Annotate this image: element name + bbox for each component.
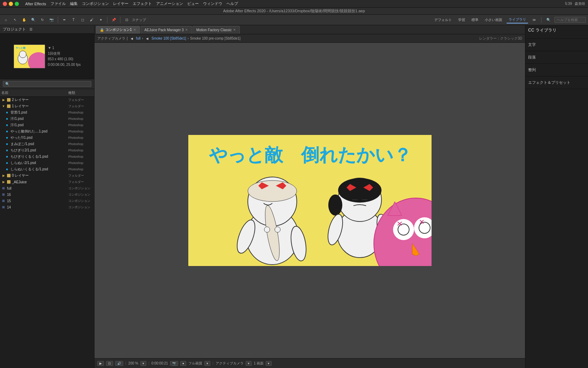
quality-dropdown[interactable]: ▾: [204, 361, 210, 366]
list-item[interactable]: ▼ 1 レイヤー フォルダー: [0, 103, 94, 109]
toolbar-separator-2: [107, 17, 107, 23]
menu-edit[interactable]: 編集: [70, 1, 78, 6]
list-item[interactable]: ■ 汗/1.psd Photoshop: [0, 116, 94, 122]
camera-tool[interactable]: 📷: [48, 16, 55, 24]
ps-icon: ■: [5, 155, 9, 159]
list-item[interactable]: ■ 背景/1.psd Photoshop: [0, 109, 94, 116]
svg-point-19: [338, 178, 382, 203]
tab-label: AEJuice Pack Manager 3: [145, 28, 184, 32]
menu-composition[interactable]: コンポジション: [82, 1, 109, 6]
menu-help[interactable]: ヘルプ: [226, 1, 238, 6]
list-item[interactable]: ■ やった!!/1.psd Photoshop: [0, 135, 94, 141]
quality-toggle[interactable]: ●: [180, 361, 186, 366]
list-item[interactable]: ⊞ full コンポジション: [0, 185, 94, 191]
right-item-text[interactable]: 文字: [528, 41, 585, 49]
right-item-paragraph[interactable]: 段落: [528, 53, 585, 61]
snap-toggle[interactable]: ⊡: [123, 16, 131, 24]
zoom-dropdown[interactable]: ▾: [140, 361, 146, 366]
stamp-tool[interactable]: ✦: [97, 16, 105, 24]
hand-tool[interactable]: ✋: [20, 16, 28, 24]
breadcrumb-item2[interactable]: Smoke 100 [Sb85de1]: [152, 36, 186, 40]
right-item-align[interactable]: 整列: [528, 66, 585, 74]
title-bar: Adobe After Effects 2020 - /Users/a12333…: [0, 8, 588, 15]
breadcrumb-nav[interactable]: ◀: [145, 36, 150, 41]
workspace-learn[interactable]: 学習: [456, 17, 467, 23]
menu-after-effects[interactable]: After Effects: [25, 2, 46, 6]
tab-motion-factory[interactable]: Motion Factory Classic ✕: [192, 26, 240, 34]
menu-window[interactable]: ウィンドウ: [203, 1, 222, 6]
rotate-tool[interactable]: ↻: [38, 16, 46, 24]
tab-aejuice[interactable]: AEJuice Pack Manager 3 ✕: [141, 26, 192, 34]
list-item[interactable]: ■ ちびぎりくるくる/1.psd Photoshop: [0, 154, 94, 160]
list-item[interactable]: ⊞ 15 コンポジション: [0, 198, 94, 204]
file-type: フォルダー: [68, 104, 93, 109]
list-item[interactable]: ▶ 0 レイヤー フォルダー: [0, 172, 94, 179]
preview-stop[interactable]: ⊡: [106, 361, 113, 366]
project-menu-button[interactable]: ☰: [28, 27, 34, 32]
file-name: しらぬいくるくる/1.psd: [10, 167, 67, 172]
canvas-preview: やっと敵 倒れたかい？: [188, 135, 432, 266]
menu-animation[interactable]: アニメーション: [156, 1, 183, 6]
list-item[interactable]: ⊞ 14 コンポジション: [0, 204, 94, 210]
file-type: Photoshop: [68, 123, 93, 127]
camera-dropdown[interactable]: ▾: [246, 361, 252, 366]
list-item[interactable]: ■ しらぬい2/1.psd Photoshop: [0, 160, 94, 166]
screens-dropdown[interactable]: ▾: [266, 361, 272, 366]
project-search-input[interactable]: [3, 81, 91, 87]
viewer-controls: ▶ ⊡ 🔊 | 200 % ▾ | 0:00:00:21 📷 ● フル画質 ▾ …: [94, 358, 525, 368]
preview-play[interactable]: ▶: [97, 361, 104, 366]
list-item[interactable]: ■ しらぬいくるくる/1.psd Photoshop: [0, 166, 94, 172]
maximize-button[interactable]: [15, 2, 19, 6]
workspace-standard[interactable]: 標準: [469, 17, 481, 23]
file-name: ちびぎりくるくる/1.psd: [10, 154, 67, 159]
file-type: Photoshop: [68, 168, 93, 171]
breadcrumb-item3[interactable]: Smoke 100 pre-comp [Sb85de1]: [190, 36, 240, 40]
text-tool[interactable]: T: [70, 16, 77, 24]
tab-close-button[interactable]: ✕: [233, 28, 236, 32]
pen-tool[interactable]: ✒: [61, 16, 68, 24]
shape-tool[interactable]: ◻: [79, 16, 86, 24]
workspace-small[interactable]: 小さい画面: [483, 17, 504, 23]
tab-label: コンポジション1: [105, 27, 132, 32]
menu-view[interactable]: ビュー: [187, 1, 199, 6]
pointer-tool[interactable]: ↖: [11, 16, 19, 24]
menu-layer[interactable]: レイヤー: [113, 1, 128, 6]
list-item[interactable]: ▶ _AEJuice フォルダー: [0, 179, 94, 185]
composition-viewer[interactable]: やっと敵 倒れたかい？: [94, 43, 525, 358]
preview-audio[interactable]: 🔊: [115, 361, 123, 366]
item-color: [7, 104, 10, 108]
minimize-button[interactable]: [9, 2, 13, 6]
file-type: Photoshop: [68, 149, 93, 152]
project-search-bar[interactable]: [0, 79, 94, 89]
tab-composition1[interactable]: 🔒 コンポジション1 ✕: [96, 26, 140, 34]
workspace-more[interactable]: ≫: [530, 16, 538, 24]
list-item[interactable]: ■ 汗/1.psd Photoshop: [0, 122, 94, 128]
list-item[interactable]: ■ ちびぎり2/1.psd Photoshop: [0, 147, 94, 154]
workspace-default[interactable]: デフォルト: [432, 17, 454, 23]
list-item[interactable]: ⊞ 16 コンポジション: [0, 191, 94, 198]
tab-close-button[interactable]: ✕: [133, 28, 136, 32]
tab-close-button[interactable]: ✕: [185, 28, 188, 32]
item-color: [7, 174, 10, 177]
right-item-effects[interactable]: エフェクト＆プリセット: [528, 79, 585, 87]
home-button[interactable]: ⌂: [2, 16, 10, 24]
breadcrumb-prev[interactable]: ◀: [129, 36, 135, 41]
help-search-input[interactable]: [554, 17, 586, 23]
list-item[interactable]: ▶ 2 レイヤー フォルダー: [0, 97, 94, 103]
puppet-tool[interactable]: 📌: [110, 16, 118, 24]
comp-icon: ⊞: [1, 205, 6, 209]
menu-effect[interactable]: エフェクト: [133, 1, 152, 6]
camera-icon[interactable]: 📷: [170, 361, 178, 366]
paint-tool[interactable]: 🖌: [88, 16, 96, 24]
zoom-tool[interactable]: 🔍: [29, 16, 37, 24]
list-item[interactable]: ■ やっと敵倒れた....1.psd Photoshop: [0, 128, 94, 135]
menu-file[interactable]: ファイル: [50, 1, 66, 6]
workspace-library[interactable]: ライブラリ: [506, 16, 528, 23]
search-help-button[interactable]: 🔍: [545, 16, 552, 24]
close-button[interactable]: [3, 2, 7, 6]
window-controls[interactable]: [3, 2, 19, 6]
snap-label: スナップ: [132, 18, 146, 22]
toolbar-separator-3: [120, 17, 120, 23]
breadcrumb-item1[interactable]: full: [136, 36, 141, 40]
list-item[interactable]: ■ まみぼこ/1.psd Photoshop: [0, 141, 94, 147]
